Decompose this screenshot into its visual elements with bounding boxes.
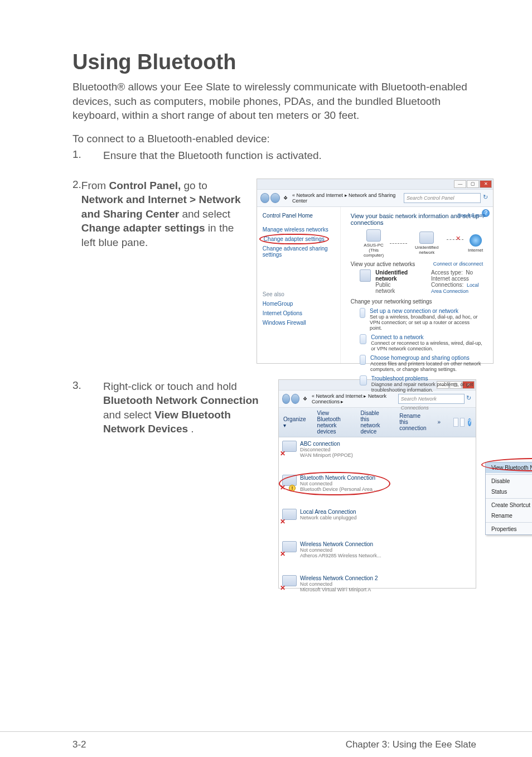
link-change-adapter[interactable]: Change adapter settings <box>263 236 335 242</box>
menu-item-disable[interactable]: Disable <box>486 476 532 486</box>
search-icon[interactable]: ↻ <box>466 394 472 403</box>
address-bar: ❖ « Network and Internet ▸ Network and S… <box>257 189 493 207</box>
option-desc: Connect or reconnect to a wireless, wire… <box>371 340 483 351</box>
search-input[interactable]: Search Network Connections <box>398 394 465 404</box>
forward-button[interactable] <box>291 394 299 404</box>
network-info: Unidentified network Public network Acce… <box>375 269 483 294</box>
h-text: View your active networks <box>351 261 415 267</box>
link-windows-firewall[interactable]: Windows Firewall <box>263 320 335 326</box>
x-icon: ✕ <box>280 584 286 592</box>
option-new-connection[interactable]: Set up a new connection or network Set u… <box>360 308 483 331</box>
connection-device: Atheros AR9285 Wireless Network... <box>300 553 381 558</box>
path-icon: ❖ <box>281 194 290 202</box>
connection-name: Local Area Connection <box>300 509 357 515</box>
toolbar-rename-connection[interactable]: Rename this connection <box>399 413 426 431</box>
option-troubleshoot[interactable]: Troubleshoot problems Diagnose and repai… <box>360 375 483 393</box>
connection-name: Wireless Network Connection <box>300 541 381 547</box>
connections-grid: ✕ ABC connection Disconnected WAN Minipo… <box>282 441 472 592</box>
connection-bluetooth[interactable]: ✕! Bluetooth Network Connection Not conn… <box>282 475 383 492</box>
change-settings-heading: Change your networking settings <box>351 298 483 305</box>
view-icon[interactable] <box>453 418 458 427</box>
connection-name: ABC connection <box>300 441 353 447</box>
toolbar-overflow[interactable]: » <box>438 419 441 425</box>
menu-item-properties[interactable]: Properties <box>486 524 532 534</box>
menu-item-rename[interactable]: Rename <box>486 510 532 521</box>
connection-lan[interactable]: ✕ Local Area Connection Network cable un… <box>282 509 371 524</box>
connection-wireless-2[interactable]: ✕ Wireless Network Connection 2 Not conn… <box>282 575 383 592</box>
menu-separator <box>486 474 532 475</box>
t-bold: Control Panel, <box>109 180 181 191</box>
t: and select <box>182 208 230 220</box>
wizard-icon <box>360 375 367 385</box>
connection-device: Bluetooth Device (Personal Area ... <box>300 486 378 492</box>
computer-icon <box>366 229 381 242</box>
toolbar: Organize ▾ View Bluetooth network device… <box>279 408 476 437</box>
minimize-button[interactable]: — <box>454 180 466 188</box>
help-icon[interactable]: ? <box>468 418 471 426</box>
globe-icon <box>470 234 482 247</box>
t-bold: Change adapter settings <box>81 222 205 234</box>
breadcrumb[interactable]: « Network and Internet ▸ Network Connect… <box>309 392 398 406</box>
forward-button[interactable] <box>270 193 280 203</box>
connection-name: Bluetooth Network Connection <box>300 475 378 481</box>
highlight-circle: Change adapter settings <box>263 235 326 243</box>
breadcrumb[interactable]: « Network and Internet ▸ Network and Sha… <box>290 191 404 205</box>
wizard-icon <box>360 334 366 344</box>
link-internet-options[interactable]: Internet Options <box>263 310 335 316</box>
connection-name: Wireless Network Connection 2 <box>300 575 378 581</box>
menu-item-create-shortcut[interactable]: Create Shortcut <box>486 500 532 510</box>
connection-status: Not connected <box>300 547 381 553</box>
option-homegroup-sharing[interactable]: Choose homegroup and sharing options Acc… <box>360 355 483 372</box>
option-title: Set up a new connection or network <box>370 308 483 314</box>
back-button[interactable] <box>260 193 270 203</box>
node-label: ASUS-PC <box>362 243 386 248</box>
link-line <box>390 243 407 244</box>
preview-icon[interactable] <box>460 418 465 427</box>
control-panel-home-link[interactable]: Control Panel Home <box>263 213 335 219</box>
node-label: Unidentified network <box>412 245 442 255</box>
x-icon: ✕ <box>280 518 286 525</box>
connection-wireless-1[interactable]: ✕ Wireless Network Connection Not connec… <box>282 541 383 558</box>
toolbar-organize[interactable]: Organize ▾ <box>283 416 306 428</box>
maximize-button[interactable]: ▢ <box>467 180 479 188</box>
window-body: Control Panel Home Manage wireless netwo… <box>257 207 493 363</box>
link-homegroup[interactable]: HomeGroup <box>263 301 335 307</box>
step-1: 1. Ensure that the Bluetooth function is… <box>72 148 476 163</box>
link-manage-wireless[interactable]: Manage wireless networks <box>263 226 335 233</box>
node-this-pc: ASUS-PC (This computer) <box>362 229 386 258</box>
main-pane: ? View your basic network information an… <box>341 207 493 363</box>
network-icon <box>419 232 434 244</box>
connection-status: Disconnected <box>300 447 353 452</box>
link-advanced-sharing[interactable]: Change advanced sharing settings <box>263 245 335 258</box>
see-full-map-link[interactable]: See full map <box>457 213 485 218</box>
search-input[interactable]: Search Control Panel <box>404 193 481 203</box>
link-line-broken <box>447 239 463 247</box>
search-icon[interactable]: ↻ <box>482 194 490 202</box>
connection-status: Network cable unplugged <box>300 515 357 520</box>
step-2: 2. From Control Panel, go to Network and… <box>72 179 476 364</box>
x-icon: ✕ <box>280 484 286 491</box>
step-text: Right-click or touch and hold Bluetooth … <box>103 379 270 437</box>
toolbar-disable-device[interactable]: Disable this network device <box>360 410 388 435</box>
t: . <box>191 423 194 435</box>
option-desc: Set up a wireless, broadband, dial-up, a… <box>370 314 483 331</box>
connection-status: Not connected <box>300 481 378 486</box>
menu-item-view-bt-devices[interactable]: View Bluetooth Network Devices <box>486 462 532 473</box>
connections-label: Connections: <box>431 282 463 288</box>
t: and select <box>103 409 154 421</box>
window-body: ✕ ABC connection Disconnected WAN Minipo… <box>279 437 476 588</box>
toolbar-view-bt-devices[interactable]: View Bluetooth network devices <box>317 410 350 435</box>
close-button[interactable]: ✕ <box>480 180 492 188</box>
warn-icon: ! <box>289 485 296 491</box>
connect-disconnect-link[interactable]: Connect or disconnect <box>433 261 483 267</box>
x-icon: ✕ <box>280 450 286 457</box>
menu-separator <box>486 498 532 499</box>
connection-abc[interactable]: ✕ ABC connection Disconnected WAN Minipo… <box>282 441 383 458</box>
option-connect-network[interactable]: Connect to a network Connect or reconnec… <box>360 334 483 351</box>
lead-text: To connect to a Bluetooth-enabled device… <box>72 133 476 145</box>
screenshot-network-connections: — ▢ ✕ ❖ « Network and Internet ▸ Network… <box>278 379 476 589</box>
left-pane: Control Panel Home Manage wireless netwo… <box>257 207 341 363</box>
back-button[interactable] <box>282 394 290 404</box>
menu-item-status[interactable]: Status <box>486 486 532 497</box>
page-title: Using Bluetooth <box>72 50 476 74</box>
